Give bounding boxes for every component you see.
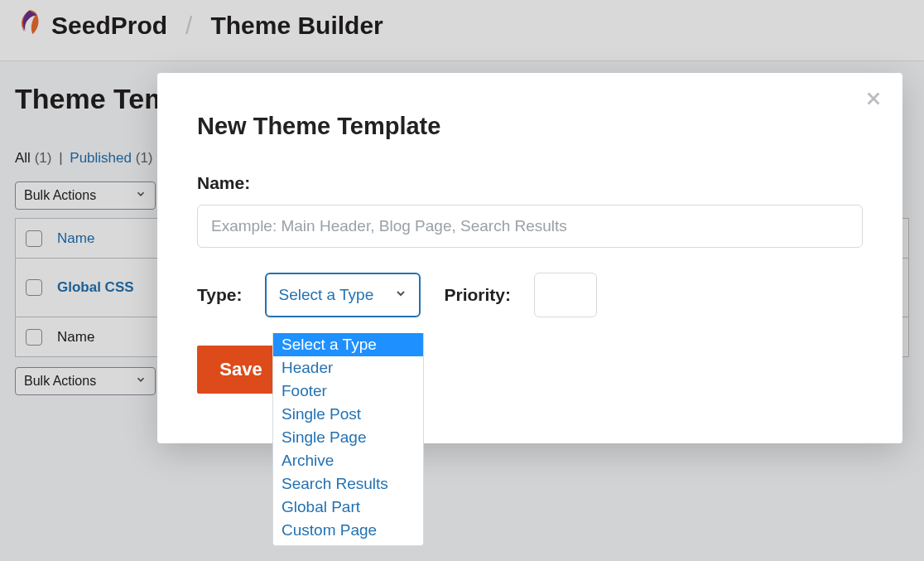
- priority-label: Priority:: [444, 285, 511, 305]
- name-input[interactable]: [197, 205, 863, 248]
- type-option[interactable]: Single Post: [273, 403, 423, 426]
- type-label: Type:: [197, 285, 242, 305]
- type-option[interactable]: Header: [273, 356, 423, 380]
- type-option[interactable]: Footer: [273, 380, 423, 403]
- modal-title: New Theme Template: [197, 113, 863, 140]
- new-template-modal: New Theme Template Name: Type: Select a …: [157, 73, 902, 443]
- priority-input[interactable]: [534, 273, 597, 317]
- type-select[interactable]: Select a Type: [265, 273, 421, 317]
- type-option[interactable]: Custom Page: [273, 519, 423, 542]
- chevron-down-icon: [394, 286, 407, 304]
- type-option[interactable]: Single Page: [273, 426, 423, 449]
- name-label: Name:: [197, 173, 863, 193]
- type-option[interactable]: Global Part: [273, 496, 423, 519]
- type-option[interactable]: Search Results: [273, 472, 423, 496]
- type-option[interactable]: Archive: [273, 449, 423, 472]
- type-option[interactable]: Select a Type: [273, 333, 423, 356]
- type-dropdown: Select a Type Header Footer Single Post …: [272, 333, 424, 546]
- close-icon[interactable]: [864, 89, 883, 113]
